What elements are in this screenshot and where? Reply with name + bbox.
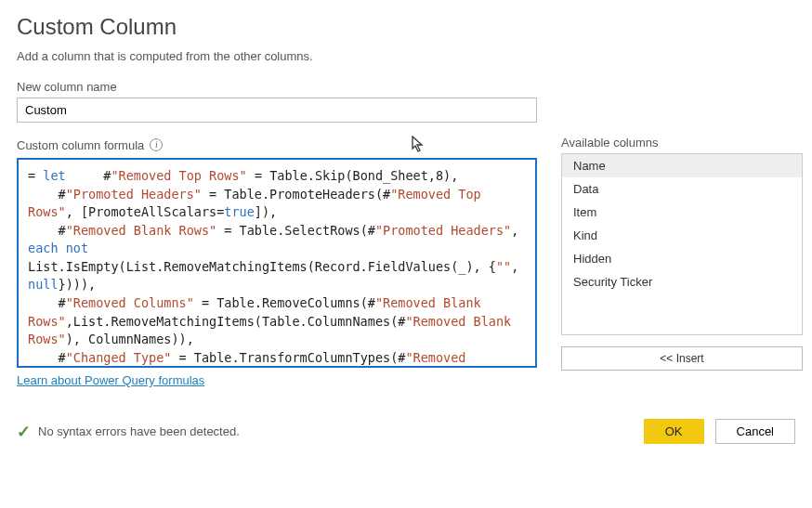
learn-link[interactable]: Learn about Power Query formulas — [17, 373, 204, 387]
status-bar: ✓ No syntax errors have been detected. — [17, 422, 240, 442]
dialog-subtitle: Add a column that is computed from the o… — [17, 49, 795, 63]
new-column-name-input[interactable] — [17, 98, 537, 123]
formula-editor[interactable]: = let #"Removed Top Rows" = Table.Skip(B… — [17, 158, 537, 368]
insert-button[interactable]: << Insert — [561, 346, 803, 371]
new-column-name-label: New column name — [17, 80, 795, 94]
cursor-icon — [411, 136, 426, 154]
available-columns-list[interactable]: NameDataItemKindHiddenSecurity Ticker — [561, 153, 803, 335]
list-item[interactable]: Name — [562, 154, 802, 177]
dialog-title: Custom Column — [17, 14, 795, 40]
available-columns-label: Available columns — [561, 136, 803, 150]
check-icon: ✓ — [17, 422, 31, 442]
cancel-button[interactable]: Cancel — [715, 419, 795, 444]
list-item[interactable]: Data — [562, 177, 802, 201]
info-icon[interactable]: i — [150, 138, 163, 151]
list-item[interactable]: Kind — [562, 224, 802, 247]
status-message: No syntax errors have been detected. — [38, 424, 240, 438]
list-item[interactable]: Hidden — [562, 247, 802, 270]
ok-button[interactable]: OK — [644, 419, 704, 444]
list-item[interactable]: Security Ticker — [562, 270, 802, 293]
formula-label: Custom column formula — [17, 138, 144, 152]
list-item[interactable]: Item — [562, 201, 802, 224]
